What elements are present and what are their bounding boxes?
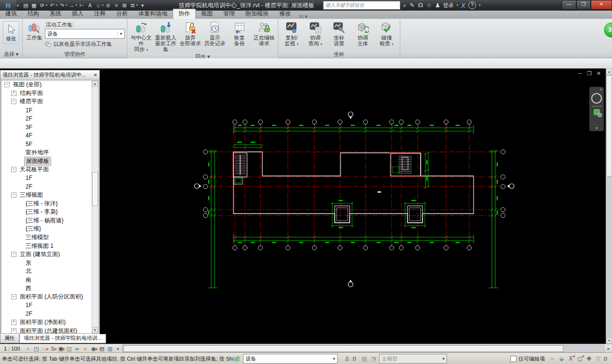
open-icon[interactable]: ▤	[22, 1, 29, 9]
thin-lines-icon[interactable]: ≡	[113, 1, 120, 9]
tree-item-1F[interactable]: 1F	[1, 174, 98, 183]
expand-icon[interactable]: +	[11, 328, 16, 334]
tree-item-西[interactable]: 西	[1, 284, 98, 293]
aligned-dimension-icon[interactable]: ⊢	[78, 1, 85, 9]
signin-user-icon[interactable]: ♟	[435, 2, 440, 9]
tree-item-面积平面 (总建筑面积)[interactable]: +面积平面 (总建筑面积)	[1, 326, 98, 334]
tree-item-楼层平面[interactable]: –楼层平面	[1, 97, 98, 106]
tree-item-{三维 - 张洋}[interactable]: {三维 - 张洋}	[1, 199, 98, 208]
expand-icon[interactable]: +	[11, 91, 16, 96]
collapse-icon[interactable]: –	[11, 252, 16, 257]
checkbox-icon[interactable]	[510, 356, 517, 362]
measure-icon-arrow[interactable]: ▾	[76, 3, 78, 7]
tree-item-屋面楼板[interactable]: 屋面楼板	[1, 157, 98, 165]
tree-item-三维视图 1[interactable]: 三维视图 1	[1, 242, 98, 250]
tree-item-{三维 - 杨雨迪}[interactable]: {三维 - 杨雨迪}	[1, 216, 98, 225]
tab-建筑[interactable]: 建筑	[0, 9, 22, 19]
select-underlay-elements-icon[interactable]: ⬙	[557, 355, 566, 362]
worksharing-display-icon[interactable]: ◉✕	[90, 345, 98, 352]
tree-item-1F[interactable]: 1F	[1, 106, 98, 115]
relinquish-all-button[interactable]: 放弃全部请求	[178, 20, 202, 46]
tab-结构[interactable]: 结构	[22, 9, 44, 19]
design-options-arrow-icon[interactable]: ▼	[440, 357, 447, 361]
show-history-button[interactable]: 显示历史记录	[203, 20, 227, 46]
browser-scrollbar[interactable]: ▲ ▼	[92, 81, 98, 333]
analytical-model-icon[interactable]: ▥	[106, 345, 114, 352]
minimize-button[interactable]: —	[562, 0, 576, 10]
tree-item-1F[interactable]: 1F	[1, 301, 98, 310]
tree-item-3F[interactable]: 3F	[1, 123, 98, 132]
tab-分析[interactable]: 分析	[111, 9, 133, 19]
tab-协作[interactable]: 协作	[173, 9, 196, 19]
expand-icon[interactable]: +	[11, 320, 16, 325]
collapse-icon[interactable]: –	[11, 294, 16, 299]
show-crop-region-icon[interactable]: ◫	[65, 345, 73, 352]
worksets-button[interactable]: 工作集	[25, 20, 44, 40]
ribbon-display-toggle-icon[interactable]: ▭▾	[299, 13, 307, 19]
view-restore-icon[interactable]: ❐	[587, 70, 592, 77]
measure-icon[interactable]: ↔	[68, 1, 76, 9]
collapse-icon[interactable]: –	[4, 82, 10, 87]
canvas-horizontal-scrollbar[interactable]	[122, 345, 604, 352]
collapse-icon[interactable]: –	[11, 192, 16, 198]
worksharing-display-settings-icon[interactable]: ▤	[360, 355, 369, 362]
tree-item-面积平面 (人防分区面积)[interactable]: –面积平面 (人防分区面积)	[1, 293, 98, 301]
tree-item-2F[interactable]: 2F	[1, 310, 98, 318]
restore-backup-button[interactable]: 恢复备份	[228, 20, 251, 46]
search-icon[interactable]: ⌕	[403, 2, 407, 9]
select-links-icon[interactable]: ➣	[548, 355, 557, 362]
tree-item-5F[interactable]: 5F	[1, 140, 98, 148]
detail-level-icon[interactable]: ▫	[24, 345, 32, 352]
exchange-apps-icon[interactable]: X	[461, 2, 465, 9]
tree-item-2F[interactable]: 2F	[1, 114, 98, 123]
drag-elements-icon[interactable]: ✥	[585, 355, 594, 362]
help-icon[interactable]: ?	[468, 1, 476, 9]
modify-button[interactable]: 修改	[3, 21, 19, 44]
design-options-combo[interactable]: 主模型 ▼	[379, 354, 447, 364]
canvas-scroll-down-icon[interactable]: ▼	[606, 337, 612, 344]
zoom-tool-icon[interactable]	[594, 109, 600, 115]
switch-windows-icon[interactable]: ⧉	[129, 1, 136, 9]
dock-tab-属性[interactable]: 属性	[0, 334, 19, 343]
tab-系统[interactable]: 系统	[44, 9, 67, 19]
redo-icon[interactable]: ↷	[58, 1, 66, 9]
tab-体量和场地[interactable]: 体量和场地	[133, 9, 173, 19]
temporary-view-properties-icon[interactable]: ▤	[98, 345, 106, 352]
undo-icon[interactable]: ↶	[49, 1, 56, 9]
signin-button[interactable]: 登录	[443, 2, 454, 9]
canvas-vertical-scrollbar[interactable]: ▲ ▼	[606, 68, 612, 344]
save-icon[interactable]: ▦	[30, 1, 38, 9]
scroll-up-icon[interactable]: ▲	[92, 81, 98, 87]
restore-button[interactable]: ❐	[576, 0, 591, 10]
tab-注释[interactable]: 注释	[89, 9, 111, 19]
tree-item-东[interactable]: 东	[1, 258, 98, 267]
canvas-scroll-up-icon[interactable]: ▲	[606, 68, 612, 75]
design-options-icon[interactable]: ⬔	[369, 355, 378, 362]
tree-item-结构平面[interactable]: +结构平面	[1, 89, 98, 98]
view-close-icon[interactable]: ✕	[597, 70, 601, 77]
tree-item-视图 (全部)[interactable]: –视图 (全部)	[1, 81, 98, 89]
tree-item-面积平面 (净面积)[interactable]: +面积平面 (净面积)	[1, 318, 98, 327]
hscroll-left-icon[interactable]: ◂	[114, 346, 121, 351]
tree-item-天花板平面[interactable]: –天花板平面	[1, 165, 98, 174]
coordination-review-button[interactable]: 协调查阅 ▾	[304, 20, 326, 47]
tab-插入[interactable]: 插入	[67, 9, 89, 19]
select-panel-label[interactable]: 选择 ▾	[0, 51, 22, 58]
view-scale-button[interactable]: 1 : 100	[0, 346, 24, 351]
selection-filter-icon[interactable]: ▽	[594, 355, 603, 362]
scroll-down-icon[interactable]: ▼	[92, 327, 98, 333]
copy-monitor-button[interactable]: 复制/监视 ▾	[280, 20, 303, 47]
subscription-icon[interactable]: ✎	[410, 2, 415, 9]
coordination-host-button[interactable]: 协调主体	[352, 20, 374, 46]
editing-requests-icon[interactable]: ♙	[342, 355, 352, 362]
tab-附加模块[interactable]: 附加模块	[240, 9, 274, 19]
tree-item-室外地坪[interactable]: 室外地坪	[1, 148, 98, 157]
tree-item-南[interactable]: 南	[1, 276, 98, 284]
reload-latest-button[interactable]: 重新载入最新工作集	[154, 20, 177, 52]
editable-only-checkbox[interactable]: 仅可编辑项	[510, 355, 545, 363]
combo-arrow-icon[interactable]: ▼	[117, 32, 124, 36]
editing-requests-button[interactable]: 正在编辑请求	[252, 20, 276, 46]
redo-icon-arrow[interactable]: ▾	[66, 3, 68, 7]
sync-with-central-button[interactable]: 与中心文件同步 ▾	[129, 20, 153, 53]
dock-tab-项目浏览器 - 技师学院机电培训...[interactable]: 项目浏览器 - 技师学院机电培训...	[19, 334, 106, 343]
